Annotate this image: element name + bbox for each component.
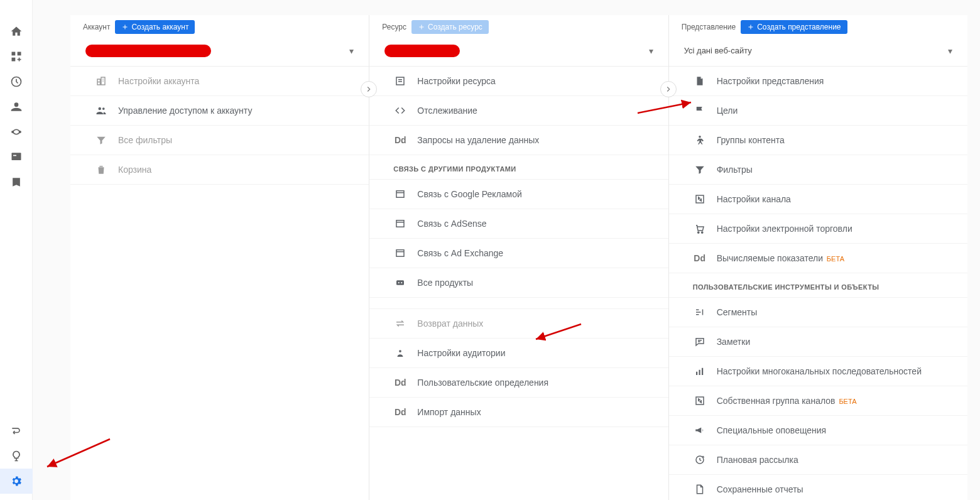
adexchange-link-item[interactable]: Связь с Ad Exchange (369, 239, 668, 268)
property-name-redacted (384, 45, 460, 57)
link-box-icon (393, 277, 407, 288)
dropdown-caret-icon: ▾ (349, 46, 354, 56)
realtime-icon[interactable] (0, 69, 33, 94)
content-groups-item[interactable]: Группы контента (669, 126, 967, 155)
audience-icon[interactable] (0, 94, 33, 119)
svg-point-17 (398, 282, 400, 283)
home-icon[interactable] (0, 19, 33, 44)
list-item-label: Все фильтры (118, 135, 172, 145)
customization-icon[interactable] (0, 44, 33, 69)
audience-icon (393, 347, 407, 359)
list-item-label: Настройки электронной торговли (717, 224, 852, 234)
account-column-label: Аккаунт (83, 23, 110, 31)
dd-icon: Dd (693, 253, 707, 263)
list-item-label: Отслеживание (417, 106, 477, 116)
personal-tools-heading: ПОЛЬЗОВАТЕЛЬСКИЕ ИНСТРУМЕНТЫ И ОБЪЕКТЫ (669, 273, 967, 298)
group-icon (94, 105, 108, 116)
svg-point-4 (11, 131, 13, 133)
svg-rect-6 (11, 153, 21, 160)
audience-settings-item[interactable]: Настройки аудитории (369, 339, 668, 368)
note-icon (693, 336, 707, 347)
property-column-label: Ресурс (382, 23, 406, 31)
list-item-label: Настройки аккаунта (118, 76, 199, 86)
create-view-button[interactable]: Создать представление (741, 20, 847, 34)
all-products-item[interactable]: Все продукты (369, 268, 668, 298)
google-ads-link-item[interactable]: Связь с Google Рекламой (369, 180, 668, 209)
saved-reports-item[interactable]: Сохраненные отчеты (669, 475, 967, 500)
scheduled-emails-item[interactable]: Плановая рассылка (669, 445, 967, 475)
goals-item[interactable]: Цели (669, 96, 967, 126)
acquisition-icon[interactable] (0, 119, 33, 144)
beta-badge: БЕТА (839, 398, 856, 405)
account-filters-item[interactable]: Все фильтры (70, 126, 369, 155)
create-property-button[interactable]: Создать ресурс (411, 20, 489, 34)
channel-box-icon (693, 395, 707, 406)
custom-alerts-item[interactable]: Специальные оповещения (669, 416, 967, 445)
view-selector[interactable]: Усі дані веб-сайту ▾ (669, 36, 967, 67)
file-icon (693, 484, 707, 495)
view-filters-item[interactable]: Фильтры (669, 155, 967, 185)
list-item-label: Связь с Google Рекламой (417, 189, 521, 199)
list-item-label: Специальные оповещения (717, 425, 827, 435)
svg-rect-8 (102, 79, 104, 80)
flag-icon (693, 105, 707, 116)
code-brackets-icon (393, 105, 407, 116)
beta-badge: БЕТА (827, 255, 844, 263)
swap-icon (393, 318, 407, 329)
discover-icon[interactable] (0, 443, 33, 469)
custom-definitions-item[interactable]: Dd Пользовательские определения (369, 368, 668, 398)
square-list-icon (393, 75, 407, 87)
segments-item[interactable]: Сегменты (669, 298, 967, 327)
attribution-icon[interactable] (0, 418, 33, 443)
dropdown-caret-icon: ▾ (948, 46, 952, 56)
svg-point-19 (399, 350, 401, 352)
list-item-label: Возврат данных (417, 318, 483, 329)
list-item-label: Корзина (118, 165, 151, 175)
account-item-list: Настройки аккаунта Управление доступом к… (70, 67, 369, 185)
tracking-item[interactable]: Отслеживание (369, 96, 668, 126)
adsense-link-item[interactable]: Связь с AdSense (369, 209, 668, 239)
megaphone-icon (693, 425, 707, 436)
create-account-button[interactable]: Создать аккаунт (115, 20, 195, 34)
channel-settings-item[interactable]: Настройки канала (669, 185, 967, 214)
data-return-item[interactable]: Возврат данных (369, 309, 668, 339)
admin-gear-icon[interactable] (0, 469, 33, 494)
list-item-label: Сохраненные отчеты (717, 484, 803, 494)
view-column: Представление Создать представление Усі … (668, 15, 967, 500)
account-selector[interactable]: ▾ (70, 36, 369, 67)
svg-rect-13 (396, 191, 404, 198)
dd-icon: Dd (393, 407, 407, 417)
behavior-icon[interactable] (0, 144, 33, 170)
dd-icon: Dd (393, 135, 407, 145)
svg-point-18 (401, 282, 402, 283)
svg-point-23 (701, 232, 702, 233)
data-import-item[interactable]: Dd Импорт данных (369, 398, 668, 427)
svg-rect-26 (702, 368, 703, 375)
account-access-item[interactable]: Управление доступом к аккаунту (70, 96, 369, 126)
transfer-right-button[interactable] (660, 81, 677, 97)
list-item-label: Настройки ресурса (417, 76, 496, 86)
svg-rect-24 (696, 372, 697, 375)
account-trash-item[interactable]: Корзина (70, 155, 369, 185)
account-settings-item[interactable]: Настройки аккаунта (70, 67, 369, 96)
view-settings-item[interactable]: Настройки представления (669, 67, 967, 96)
annotations-item[interactable]: Заметки (669, 327, 967, 357)
svg-point-20 (699, 136, 700, 138)
svg-point-22 (697, 232, 699, 233)
create-property-button-label: Создать ресурс (428, 23, 482, 31)
product-linking-heading: СВЯЗЬ С ДРУГИМИ ПРОДУКТАМИ (369, 155, 668, 180)
bars-icon (693, 366, 707, 377)
data-deletion-item[interactable]: Dd Запросы на удаление данных (369, 126, 668, 155)
mcf-settings-item[interactable]: Настройки многоканальных последовательно… (669, 357, 967, 386)
svg-rect-16 (396, 280, 404, 285)
property-selector[interactable]: ▾ (369, 36, 668, 67)
svg-rect-15 (396, 250, 404, 257)
filter-icon (693, 164, 707, 175)
property-settings-item[interactable]: Настройки ресурса (369, 67, 668, 96)
conversions-icon[interactable] (0, 170, 33, 195)
calculated-metrics-item[interactable]: Dd Вычисляемые показатели БЕТА (669, 244, 967, 273)
custom-channel-group-item[interactable]: Собственная группа каналов БЕТА (669, 386, 967, 416)
ecommerce-settings-item[interactable]: Настройки электронной торговли (669, 214, 967, 244)
view-column-label: Представление (682, 23, 736, 31)
trash-icon (94, 164, 108, 175)
